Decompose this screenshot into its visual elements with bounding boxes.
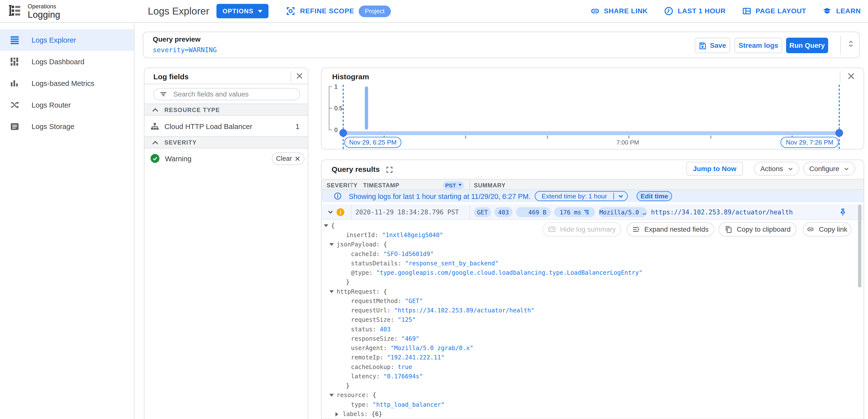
json-value[interactable]: "125" — [398, 316, 416, 324]
section-severity[interactable]: SEVERITY — [145, 137, 308, 149]
range-end-chip[interactable]: Nov 29, 7:26 PM — [781, 137, 839, 148]
json-key[interactable]: userAgent: — [351, 345, 391, 352]
json-key[interactable]: responseSize: — [351, 335, 402, 342]
run-query-button[interactable]: Run Query — [786, 38, 828, 53]
json-key[interactable]: labels: — [343, 410, 372, 418]
json-value[interactable]: } — [346, 382, 350, 389]
json-key[interactable]: httpRequest: — [337, 288, 383, 295]
json-value[interactable]: "https://34.102.253.89/actuator/health" — [394, 307, 534, 314]
search-input[interactable] — [172, 90, 294, 99]
log-entry-row[interactable]: ! 2020-11-29 18:34:28.796 PST GET 403 46… — [321, 204, 864, 220]
product-brand[interactable]: Operations Logging — [7, 3, 60, 20]
stream-logs-button[interactable]: Stream logs — [735, 38, 782, 53]
severity-warning-row[interactable]: Warning Clear — [145, 149, 308, 168]
sidebar-item-logs-dashboard[interactable]: Logs Dashboard — [0, 51, 134, 72]
clear-filter-button[interactable]: Clear — [272, 152, 305, 165]
json-value[interactable]: { — [383, 288, 387, 295]
column-timestamp[interactable]: TIMESTAMP — [363, 182, 400, 188]
json-key[interactable]: type: — [351, 401, 373, 408]
collapse-triangle-icon[interactable] — [330, 243, 334, 246]
json-value[interactable]: 403 — [380, 326, 391, 333]
expand-nested-fields-button[interactable]: Expand nested fields — [627, 222, 714, 237]
json-value[interactable]: true — [398, 363, 412, 370]
json-value[interactable]: "192.241.222.11" — [387, 354, 444, 361]
collapse-triangle-icon[interactable] — [330, 290, 334, 293]
column-summary[interactable]: SUMMARY — [474, 182, 505, 188]
json-value[interactable]: "GET" — [405, 297, 423, 304]
copy-to-clipboard-button[interactable]: Copy to clipboard — [719, 222, 797, 237]
scope-badge[interactable]: Project — [359, 5, 391, 17]
sidebar-item-logs-explorer[interactable]: Logs Explorer — [0, 29, 134, 51]
query-text[interactable]: severity=WARNING — [153, 46, 217, 54]
json-value[interactable]: "469" — [401, 335, 419, 342]
jump-to-now-button[interactable]: Jump to Now — [686, 162, 743, 176]
json-value[interactable]: "http_load_balancer" — [372, 401, 444, 408]
json-value[interactable]: "1nxtl48geig5040" — [382, 232, 443, 239]
range-end-handle[interactable] — [835, 129, 843, 137]
json-key[interactable]: remoteIp: — [351, 354, 387, 361]
configure-button[interactable]: Configure — [803, 162, 856, 176]
options-button[interactable]: OPTIONS — [217, 4, 269, 19]
sidebar-item-logs-based-metrics[interactable]: Logs-based Metrics — [0, 72, 134, 94]
range-start-chip[interactable]: Nov 29, 6:25 PM — [344, 137, 402, 148]
json-key[interactable]: status: — [351, 326, 380, 333]
actions-button[interactable]: Actions — [754, 162, 800, 176]
save-button[interactable]: Save — [695, 38, 730, 53]
chevron-down-icon[interactable] — [614, 193, 627, 199]
page-layout-button[interactable]: PAGE LAYOUT — [742, 6, 806, 16]
json-value[interactable]: {6} — [372, 410, 382, 418]
json-value[interactable]: "type.googleapis.com/google.cloud.loadba… — [376, 269, 642, 276]
pin-icon[interactable] — [839, 208, 847, 217]
refine-scope-button[interactable]: REFINE SCOPE Project — [286, 0, 391, 22]
json-key[interactable]: insertId: — [346, 232, 382, 239]
sidebar-item-logs-router[interactable]: Logs Router — [0, 94, 134, 116]
json-value[interactable]: "0.176694s" — [383, 373, 423, 380]
json-value[interactable]: "Mozilla/5.0 zgrab/0.x" — [391, 345, 473, 352]
sidebar-item-logs-storage[interactable]: Logs Storage — [0, 116, 134, 138]
json-value[interactable]: "SFO-1d5601d9" — [383, 250, 434, 258]
json-key[interactable]: cacheId: — [351, 250, 383, 258]
json-value[interactable]: } — [346, 279, 350, 286]
collapse-triangle-icon[interactable] — [330, 394, 334, 397]
logs-dashboard-icon — [10, 57, 20, 66]
json-key[interactable]: latency: — [351, 373, 383, 380]
share-link-button[interactable]: SHARE LINK — [590, 6, 648, 16]
time-range-button[interactable]: LAST 1 HOUR — [664, 6, 725, 16]
json-key[interactable]: requestMethod: — [351, 297, 405, 304]
extend-time-button[interactable]: Extend time by: 1 hour — [535, 191, 628, 201]
results-scrollbar-thumb[interactable] — [858, 204, 862, 288]
json-key[interactable]: requestUrl: — [351, 307, 394, 314]
json-value[interactable]: { — [372, 392, 376, 399]
expand-collapse-editor-button[interactable] — [847, 39, 855, 48]
histogram-bar[interactable] — [365, 86, 368, 130]
close-histogram-button[interactable] — [847, 72, 855, 80]
json-value[interactable]: { — [383, 241, 387, 248]
timezone-chip[interactable]: PST — [443, 181, 464, 189]
log-fields-search[interactable] — [153, 88, 300, 100]
sidebar-item-label: Logs Storage — [31, 122, 74, 131]
json-key[interactable]: statusDetails: — [351, 260, 405, 267]
json-value[interactable]: "response_sent_by_backend" — [405, 260, 498, 267]
time-range-band[interactable] — [343, 131, 839, 135]
json-key[interactable]: requestSize: — [351, 316, 398, 324]
edit-time-button[interactable]: Edit time — [637, 191, 672, 201]
learn-button[interactable]: LEARN — [822, 6, 861, 16]
collapse-triangle-icon[interactable] — [324, 224, 328, 227]
range-start-handle[interactable] — [339, 129, 347, 137]
json-key[interactable]: @type: — [351, 269, 376, 276]
column-severity[interactable]: SEVERITY — [327, 182, 358, 188]
json-key[interactable]: jsonPayload: — [337, 241, 383, 248]
latency-icon — [584, 210, 590, 215]
expand-triangle-icon[interactable] — [336, 412, 338, 416]
fullscreen-icon[interactable] — [386, 166, 393, 173]
actions-label: Actions — [760, 165, 783, 173]
json-key[interactable]: resource: — [337, 392, 372, 399]
field-value-row[interactable]: Cloud HTTP Load Balancer 1 — [145, 116, 308, 137]
json-value[interactable]: { — [331, 222, 335, 229]
close-log-fields-button[interactable] — [296, 72, 303, 79]
collapse-entry-chevron-icon[interactable] — [327, 209, 334, 215]
copy-link-button[interactable]: Copy link — [803, 222, 851, 237]
json-key[interactable]: cacheLookup: — [351, 363, 398, 370]
section-label: RESOURCE TYPE — [164, 106, 220, 113]
section-resource-type[interactable]: RESOURCE TYPE — [145, 103, 308, 116]
